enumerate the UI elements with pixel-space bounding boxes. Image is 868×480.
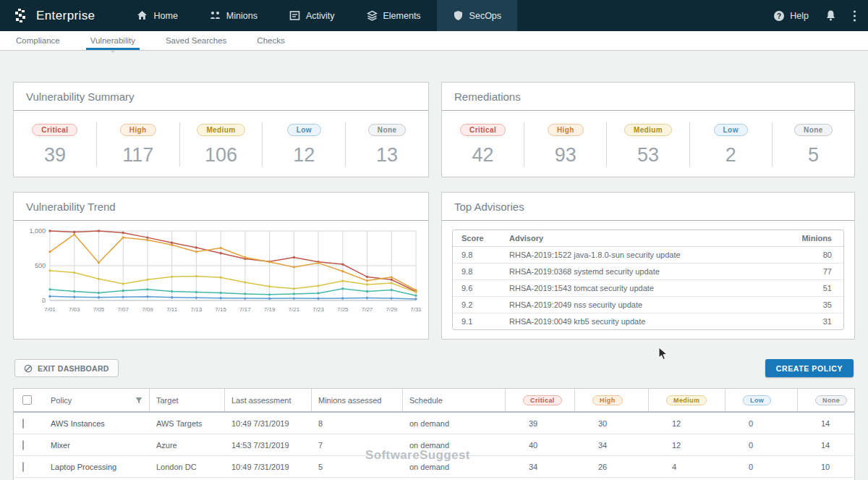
advisory-title: RHSA-2019:0368 systemd security update — [509, 267, 788, 276]
shield-icon — [453, 10, 464, 21]
vulnerability-summary-panel: Vulnerability Summary Critical 39 High 1… — [13, 82, 429, 177]
tab-vulnerability[interactable]: Vulnerability — [90, 31, 135, 50]
severity-badge-critical: Critical — [32, 124, 77, 136]
create-policy-button[interactable]: CREATE POLICY — [765, 359, 854, 377]
row-checkbox[interactable] — [22, 440, 24, 450]
svg-text:7/17: 7/17 — [239, 306, 251, 313]
col-last-assessment[interactable]: Last assessment — [225, 389, 312, 411]
col-high[interactable]: High — [575, 389, 649, 411]
severity-badge-none: None — [794, 124, 833, 136]
svg-text:7/13: 7/13 — [191, 306, 203, 313]
col-label: Policy — [51, 396, 72, 405]
saltstack-logo-icon — [12, 7, 29, 25]
policy-schedule: on demand — [403, 463, 506, 471]
col-target[interactable]: Target — [150, 389, 225, 411]
stat-value: 93 — [524, 144, 606, 167]
nav-item-secops[interactable]: SecOps — [437, 0, 517, 31]
advisory-score: 9.1 — [461, 317, 509, 326]
count-low: 0 — [726, 463, 798, 471]
nav-item-label: Activity — [306, 11, 335, 21]
main-nav: Home Minions Activity Elements SecOps — [121, 0, 517, 31]
policy-last-assessment: 10:49 7/31/2019 — [225, 463, 312, 471]
svg-text:7/11: 7/11 — [166, 306, 178, 313]
advisory-minions: 80 — [788, 250, 835, 259]
stat-value: 12 — [263, 144, 345, 167]
stat-critical: Critical 39 — [14, 122, 96, 167]
brand-name: Enterprise — [36, 9, 95, 23]
advisory-minions: 35 — [788, 300, 835, 309]
col-schedule[interactable]: Schedule — [403, 389, 506, 411]
row-checkbox[interactable] — [22, 418, 24, 429]
svg-text:7/15: 7/15 — [215, 306, 226, 313]
select-all-checkbox[interactable] — [22, 395, 32, 405]
severity-badge-none: None — [815, 395, 847, 405]
nav-item-label: Minions — [226, 11, 258, 21]
nav-item-activity[interactable]: Activity — [273, 0, 351, 31]
overflow-menu-icon[interactable] — [853, 9, 856, 22]
advisory-title: RHSA-2019:2049 nss security update — [509, 300, 788, 309]
advisory-row[interactable]: 9.1 RHSA-2019:0049 krb5 security update … — [453, 313, 843, 329]
stat-high: High 117 — [96, 122, 179, 167]
trend-chart-wrap: 7/017/037/057/077/097/117/137/157/177/19… — [14, 221, 428, 324]
col-label: Schedule — [409, 396, 443, 405]
nav-item-label: Elements — [383, 11, 421, 21]
policy-schedule: on demand — [403, 441, 506, 450]
row-checkbox[interactable] — [22, 462, 24, 472]
filter-funnel-icon[interactable] — [135, 397, 142, 404]
svg-text:7/05: 7/05 — [93, 306, 105, 313]
minions-icon — [210, 10, 221, 21]
notifications-bell-icon[interactable] — [825, 9, 837, 22]
tab-compliance[interactable]: Compliance — [16, 31, 60, 50]
col-minions-assessed[interactable]: Minions assessed — [312, 389, 403, 411]
count-low: 0 — [726, 441, 798, 450]
policy-row[interactable]: AWS Instances AWS Targets 10:49 7/31/201… — [14, 413, 854, 434]
stat-value: 5 — [773, 144, 854, 167]
exit-dashboard-icon — [24, 364, 33, 373]
count-medium: 4 — [649, 463, 726, 471]
advisory-row[interactable]: 9.8 RHSA-2019:0368 systemd security upda… — [453, 264, 843, 280]
col-critical[interactable]: Critical — [506, 389, 575, 411]
nav-item-home[interactable]: Home — [121, 0, 193, 31]
policy-last-assessment: 14:53 7/31/2019 — [225, 441, 312, 450]
stat-low: Low 12 — [262, 122, 345, 167]
col-minions[interactable]: Minions — [788, 234, 835, 243]
col-score[interactable]: Score — [461, 234, 509, 243]
advisory-row[interactable]: 9.8 RHSA-2019:1522 java-1.8.0-sun securi… — [453, 247, 843, 264]
col-label: Last assessment — [231, 396, 292, 405]
panel-title: Remediations — [442, 83, 854, 111]
col-policy[interactable]: Policy — [44, 389, 150, 411]
policy-row[interactable]: Mixer Azure 14:53 7/31/2019 7 on demand … — [14, 434, 854, 456]
elements-icon — [367, 10, 378, 21]
help-button[interactable]: ? Help — [773, 10, 809, 22]
svg-text:7/07: 7/07 — [117, 306, 129, 313]
col-label: Target — [156, 396, 179, 405]
top-navigation-bar: Enterprise Home Minions Activity Element… — [0, 0, 868, 31]
panel-title: Top Advisories — [442, 193, 854, 221]
tab-checks[interactable]: Checks — [257, 31, 284, 50]
svg-text:1,000: 1,000 — [29, 227, 46, 235]
policy-row[interactable]: Laptop Processing London DC 10:49 7/31/2… — [14, 456, 854, 478]
policy-name[interactable]: Laptop Processing — [44, 463, 150, 471]
col-none[interactable]: None — [798, 389, 854, 411]
advisory-row[interactable]: 9.6 RHSA-2019:1543 tomcat security updat… — [453, 280, 843, 297]
panel-title: Vulnerability Summary — [14, 83, 428, 111]
advisory-row[interactable]: 9.2 RHSA-2019:2049 nss security update 3… — [453, 297, 843, 313]
policies-table-header: Policy Target Last assessment Minions as… — [14, 389, 854, 413]
actions-row: EXIT DASHBOARD CREATE POLICY — [14, 359, 854, 377]
panel-title: Vulnerability Trend — [14, 193, 428, 221]
tab-saved-searches[interactable]: Saved Searches — [166, 31, 226, 50]
svg-text:7/25: 7/25 — [337, 306, 349, 313]
advisory-minions: 77 — [788, 267, 835, 276]
svg-text:500: 500 — [35, 262, 46, 269]
col-advisory[interactable]: Advisory — [509, 234, 788, 243]
nav-item-elements[interactable]: Elements — [351, 0, 437, 31]
advisory-title: RHSA-2019:1543 tomcat security update — [509, 284, 788, 292]
severity-badge-medium: Medium — [624, 124, 672, 136]
col-low[interactable]: Low — [726, 389, 798, 411]
col-medium[interactable]: Medium — [649, 389, 726, 411]
policy-name[interactable]: AWS Instances — [44, 419, 150, 428]
policy-name[interactable]: Mixer — [44, 441, 150, 450]
exit-dashboard-button[interactable]: EXIT DASHBOARD — [14, 359, 119, 377]
advisory-score: 9.2 — [461, 300, 509, 309]
nav-item-minions[interactable]: Minions — [194, 0, 273, 31]
